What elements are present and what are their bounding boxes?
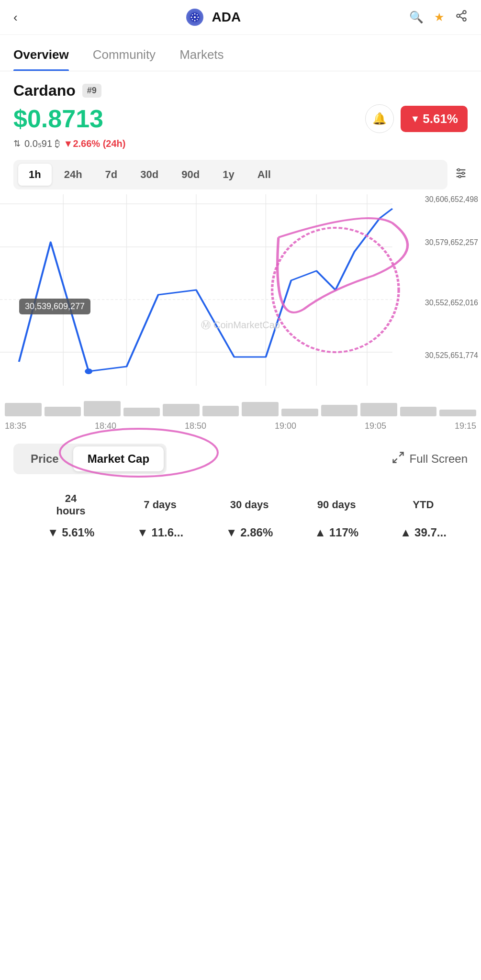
- top-bar-center: ADA: [186, 9, 241, 26]
- btc-row: ⇅ 0.0₅91 ₿ ▼2.66% (24h): [13, 138, 468, 149]
- mini-bar-7: [242, 402, 279, 416]
- svg-line-33: [399, 452, 403, 456]
- chart-xaxis: 18:35 18:40 18:50 19:00 19:05 19:15: [0, 419, 481, 431]
- price-chart-svg: [0, 194, 481, 395]
- coin-title: ADA: [212, 10, 241, 25]
- y-label-4: 30,525,651,774: [425, 351, 478, 360]
- time-btn-all[interactable]: All: [247, 164, 281, 186]
- fullscreen-icon: [392, 451, 405, 468]
- perf-header-empty: [13, 488, 26, 522]
- svg-point-19: [462, 172, 464, 175]
- chart-settings-icon[interactable]: [454, 167, 468, 183]
- perf-ytd: ▲ 39.7...: [379, 522, 468, 543]
- svg-point-3: [194, 20, 195, 22]
- fullscreen-label: Full Screen: [410, 452, 468, 466]
- tab-markets[interactable]: Markets: [179, 39, 224, 71]
- svg-point-9: [196, 19, 197, 20]
- coin-info: Cardano #9 $0.8713 🔔 ▼ 5.61% ⇅ 0.0₅91 ₿ …: [0, 71, 481, 155]
- top-bar: ‹ ADA 🔍 ★: [0, 0, 481, 35]
- mini-bar-12: [439, 410, 476, 416]
- y-label-3: 30,552,652,016: [425, 299, 478, 307]
- perf-header-30d: 30 days: [204, 488, 294, 522]
- perf-header-7d: 7 days: [116, 488, 204, 522]
- perf-header-ytd: YTD: [379, 488, 468, 522]
- x-label-1900: 19:00: [275, 421, 296, 431]
- time-btn-30d[interactable]: 30d: [130, 164, 169, 186]
- alert-button[interactable]: 🔔: [365, 104, 394, 133]
- coin-name-row: Cardano #9: [13, 82, 468, 100]
- mini-bars: [0, 395, 481, 419]
- cmc-logo: Ⓜ: [201, 319, 211, 332]
- svg-point-20: [459, 176, 461, 178]
- svg-point-5: [197, 17, 199, 18]
- svg-line-34: [393, 458, 397, 462]
- perf-header-90d: 90 days: [294, 488, 379, 522]
- svg-point-12: [463, 18, 466, 21]
- x-label-1915: 19:15: [455, 421, 476, 431]
- change-arrow: ▼: [410, 113, 420, 124]
- change-value: 5.61%: [423, 111, 458, 126]
- svg-point-7: [196, 14, 197, 15]
- tab-community[interactable]: Community: [93, 39, 156, 71]
- mini-bar-8: [281, 409, 318, 416]
- price-toggle-btn[interactable]: Price: [16, 446, 73, 471]
- perf-data-row: ▼ 5.61% ▼ 11.6... ▼ 2.86% ▲ 117% ▲ 39.7.…: [13, 522, 468, 543]
- btc-change: ▼2.66% (24h): [64, 138, 126, 149]
- time-btn-1h[interactable]: 1h: [18, 164, 52, 186]
- cmc-label: CoinMarketCap: [213, 320, 280, 331]
- x-label-1905: 19:05: [365, 421, 386, 431]
- x-label-1840: 18:40: [95, 421, 116, 431]
- svg-line-13: [459, 17, 463, 19]
- search-icon[interactable]: 🔍: [409, 11, 424, 24]
- chart-toggle: Price Market Cap Full Screen: [0, 436, 481, 479]
- share-icon[interactable]: [455, 10, 468, 25]
- top-bar-right: 🔍 ★: [409, 10, 468, 25]
- coin-name: Cardano: [13, 82, 76, 100]
- x-label-1835: 18:35: [5, 421, 26, 431]
- back-icon[interactable]: ‹: [13, 10, 18, 25]
- svg-point-2: [194, 13, 195, 15]
- perf-header-row: 24hours 7 days 30 days 90 days YTD: [13, 488, 468, 522]
- marketcap-toggle-btn[interactable]: Market Cap: [73, 446, 164, 471]
- price-right: 🔔 ▼ 5.61%: [365, 104, 468, 133]
- coin-price: $0.8713: [13, 104, 103, 133]
- time-filter-inner: 1h 24h 7d 30d 90d 1y All: [13, 160, 447, 189]
- chart-area: 30,606,652,498 30,579,652,257 30,552,652…: [0, 194, 481, 436]
- mini-bar-11: [400, 407, 437, 416]
- coin-icon: [186, 9, 203, 26]
- chart-container[interactable]: 30,606,652,498 30,579,652,257 30,552,652…: [0, 194, 481, 395]
- mini-bar-3: [84, 401, 121, 416]
- x-label-1850: 18:50: [185, 421, 206, 431]
- chart-type-toggle: Price Market Cap: [13, 444, 167, 474]
- svg-point-18: [458, 169, 460, 171]
- tab-row: Overview Community Markets: [0, 39, 481, 71]
- perf-7d: ▼ 11.6...: [116, 522, 204, 543]
- favorite-icon[interactable]: ★: [434, 11, 445, 24]
- time-btn-1y[interactable]: 1y: [212, 164, 245, 186]
- time-btn-90d[interactable]: 90d: [171, 164, 210, 186]
- svg-point-4: [190, 17, 192, 18]
- time-btn-24h[interactable]: 24h: [54, 164, 93, 186]
- svg-point-1: [194, 16, 196, 18]
- time-filter: 1h 24h 7d 30d 90d 1y All: [0, 155, 481, 194]
- mini-bar-9: [321, 405, 358, 416]
- mini-bar-1: [5, 403, 42, 416]
- tab-overview[interactable]: Overview: [13, 39, 69, 71]
- perf-90d: ▲ 117%: [294, 522, 379, 543]
- svg-point-31: [85, 368, 92, 374]
- svg-point-10: [463, 11, 466, 14]
- btc-price: 0.0₅91 ₿: [24, 138, 60, 149]
- mini-bar-2: [45, 407, 81, 416]
- transfer-icon: ⇅: [13, 138, 21, 149]
- mini-bar-10: [360, 403, 397, 416]
- price-change-row: $0.8713 🔔 ▼ 5.61%: [13, 104, 468, 133]
- y-label-1: 30,606,652,498: [425, 195, 478, 204]
- time-btn-7d[interactable]: 7d: [95, 164, 128, 186]
- perf-row-label: [13, 522, 26, 543]
- perf-24h: ▼ 5.61%: [26, 522, 116, 543]
- chart-tooltip: 30,539,609,277: [19, 299, 90, 314]
- fullscreen-button[interactable]: Full Screen: [392, 451, 468, 468]
- cmc-watermark: Ⓜ CoinMarketCap: [201, 319, 280, 332]
- price-change-badge: ▼ 5.61%: [401, 106, 468, 132]
- perf-30d: ▼ 2.86%: [204, 522, 294, 543]
